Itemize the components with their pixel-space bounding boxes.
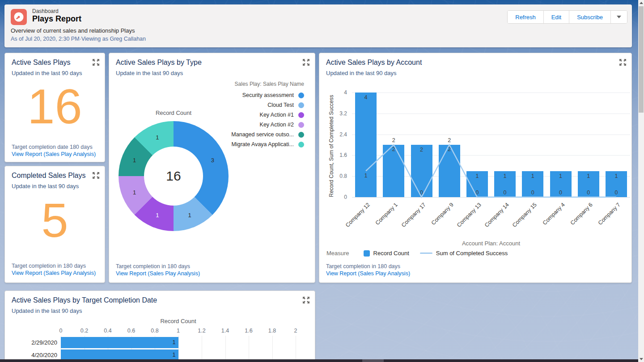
widget-footer-note: Target completion in 180 days (12, 263, 86, 269)
horizontal-scrollbar[interactable] (0, 359, 638, 362)
vertical-scrollbar-thumb[interactable] (639, 6, 644, 113)
bar-company-13[interactable] (466, 171, 488, 198)
widget-title: Active Sales Plays by Target Completion … (12, 296, 157, 304)
subscribe-button[interactable]: Subscribe (569, 11, 610, 23)
bar-company-15[interactable] (522, 171, 543, 198)
view-report-link[interactable]: View Report (Sales Play Analysis) (116, 270, 200, 277)
bar-2-29-2020[interactable] (61, 337, 178, 348)
x-tick-label: 0 (52, 328, 70, 334)
legend-item-label: Managed service outso... (231, 131, 294, 138)
vertical-scrollbar[interactable] (638, 0, 644, 362)
scroll-up-icon[interactable] (640, 2, 643, 4)
page-title: Plays Report (32, 14, 81, 24)
view-report-link[interactable]: View Report (Sales Play Analysis) (12, 270, 96, 276)
widget-plays-by-date: Active Sales Plays by Target Completion … (4, 290, 315, 362)
header-button-group: Refresh Edit Subscribe (507, 10, 627, 24)
bar-company-14[interactable] (494, 171, 516, 198)
donut-slice-label: 1 (156, 134, 159, 140)
gridline (178, 336, 179, 362)
legend-dot-icon (298, 112, 304, 118)
expand-icon[interactable] (93, 59, 99, 66)
gridline (202, 336, 202, 362)
x-tick-label: 0.2 (76, 328, 93, 334)
bar-company-17[interactable] (411, 145, 432, 197)
legend-measure-label: Measure (326, 250, 349, 257)
bar-company-4[interactable] (550, 171, 572, 198)
legend-series-1[interactable]: Record Count (373, 250, 409, 257)
legend-title: Sales Play: Sales Play Name (235, 81, 304, 87)
gridline (352, 197, 630, 198)
legend-item-label: Security assessment (242, 92, 294, 98)
horizontal-scrollbar-thumb[interactable] (362, 359, 384, 362)
dashboard-header: Dashboard Plays Report Overview of curre… (4, 4, 632, 47)
dashboard-app-icon (11, 9, 27, 25)
x-tick-label: 1.2 (193, 328, 211, 334)
completed-success-swatch-icon[interactable] (420, 253, 432, 254)
donut-slice-label: 1 (156, 212, 159, 219)
widget-title: Completed Sales Plays (12, 172, 85, 180)
expand-icon[interactable] (303, 59, 309, 66)
metric-value[interactable]: 16 (5, 71, 105, 142)
row-label: 4/20/2020 (5, 352, 57, 358)
x-tick-label: 1.6 (240, 328, 258, 334)
chart-legend: Measure Record Count Sum of Completed Su… (326, 250, 508, 257)
donut-slice-label: 1 (133, 156, 136, 163)
legend-item[interactable]: Cloud Test (231, 100, 304, 110)
bar-company-1[interactable] (383, 145, 404, 197)
widget-subtitle: Updated in the last 90 days (12, 307, 82, 314)
legend-dot-icon (298, 102, 304, 108)
widget-completed-sales-plays: Completed Sales Plays Update in the last… (4, 166, 105, 283)
y-tick-label: 0.8 (320, 173, 347, 179)
legend-dot-icon (298, 142, 304, 147)
dashboard-screen: Dashboard Plays Report Overview of curre… (0, 0, 644, 362)
x-tick-label: 0.4 (99, 328, 117, 334)
widget-title: Active Sales Plays by Account (326, 59, 422, 67)
widget-footer-note: Target completion in 180 days (326, 263, 400, 269)
metric-value[interactable]: 5 (5, 185, 105, 256)
widget-title: Active Sales Plays (12, 59, 71, 67)
view-report-link[interactable]: View Report (Sales Play Analysis) (12, 151, 96, 157)
legend-item-label: Key Action #2 (260, 122, 294, 128)
scroll-down-icon[interactable] (640, 358, 643, 360)
chart-title: Record Count (129, 109, 218, 116)
legend-item-label: Cloud Test (267, 102, 294, 108)
gridline (352, 135, 630, 135)
y-tick-label: 1.6 (320, 152, 347, 158)
bar-company-12[interactable] (355, 93, 377, 197)
legend-item[interactable]: Key Action #2 (231, 120, 304, 130)
view-report-link[interactable]: View Report (Sales Play Analysis) (326, 270, 410, 277)
x-axis-label: Account Plan: Account (352, 240, 630, 247)
donut-hole (144, 147, 203, 206)
legend-item[interactable]: Security assessment (231, 90, 304, 100)
x-tick-label: 1 (169, 328, 187, 334)
legend-item[interactable]: Key Action #1 (231, 110, 304, 120)
widget-title: Active Sales Plays by Type (116, 59, 202, 67)
bar-company-6[interactable] (578, 171, 599, 198)
legend-item[interactable]: Migrate Avaya Applicati... (231, 139, 304, 149)
legend-item[interactable]: Managed service outso... (231, 130, 304, 139)
donut-chart[interactable]: 16 311111 (119, 121, 229, 231)
widget-footer-note: Target completion date 180 days (12, 144, 93, 150)
bar-company-9[interactable] (439, 145, 460, 197)
legend-dot-icon (298, 132, 304, 138)
legend-item-label: Migrate Avaya Applicati... (232, 141, 294, 147)
bar-company-7[interactable] (606, 171, 627, 198)
more-actions-button[interactable] (610, 11, 627, 23)
legend-dot-icon (298, 122, 304, 128)
bar-line-chart: 41222022101010101010Company 12Company 1C… (352, 93, 630, 197)
legend-series-2[interactable]: Sum of Completed Success (436, 250, 508, 257)
y-tick-label: 2.4 (320, 131, 347, 138)
widget-plays-by-account: Active Sales Plays by Account Updated in… (319, 53, 632, 283)
refresh-button[interactable]: Refresh (508, 11, 543, 23)
breadcrumb[interactable]: Dashboard (32, 8, 59, 14)
record-count-swatch-icon[interactable] (364, 250, 370, 257)
gridline (249, 336, 249, 362)
expand-icon[interactable] (303, 297, 309, 303)
widget-subtitle: Update in the last 90 days (116, 70, 183, 76)
x-tick-label: 0.8 (146, 328, 164, 334)
edit-button[interactable]: Edit (543, 11, 569, 23)
expand-icon[interactable] (619, 59, 626, 66)
gridline (296, 336, 296, 362)
widget-footer-note: Target completion in 180 days (116, 263, 190, 269)
expand-icon[interactable] (93, 172, 99, 179)
